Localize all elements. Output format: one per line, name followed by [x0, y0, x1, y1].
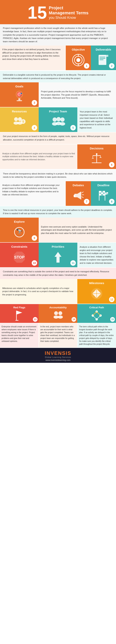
- section-3: Goals 🎯 3 Project goals provide you the …: [0, 82, 116, 107]
- goals-icon: 🎯: [11, 89, 27, 105]
- objective-number: 1: [84, 63, 89, 68]
- section-12: Milestones are related to schedules whic…: [0, 279, 116, 304]
- intro-text: Project management profession which is t…: [0, 24, 116, 46]
- debates-left-desc: Analyze a situation from different angle…: [0, 181, 66, 206]
- accountability-card: Accountability 14: [39, 304, 77, 323]
- svg-point-2: [76, 58, 80, 62]
- decisions-description: There should be transparency about decis…: [3, 172, 113, 178]
- project-team-number: 5: [70, 125, 76, 130]
- section-6: Analyze a situation from different angle…: [0, 144, 116, 181]
- explore-label: Explore: [14, 220, 24, 223]
- svg-rect-13: [18, 98, 20, 100]
- explore-description: Explore new avenues and every option ava…: [41, 225, 114, 235]
- debates-icon: [71, 188, 86, 204]
- deliverable-number: 2: [109, 63, 115, 68]
- svg-marker-59: [55, 252, 61, 262]
- decisions-icon: [89, 151, 104, 167]
- header: 15 Project Management Terms you Should K…: [0, 0, 116, 24]
- footer-url: www.invensislearning.com: [2, 359, 114, 361]
- section-10-11: Constraints STOP 10 Priorities 11: [0, 243, 116, 279]
- goals-label: Goals: [15, 85, 23, 88]
- svg-point-30: [96, 153, 98, 155]
- section-7-8: Analyze a situation from different angle…: [0, 181, 116, 218]
- priorities-description: Analyze a situation from different angle…: [80, 245, 114, 264]
- red-flags-description: Enterprise should create an environment …: [1, 326, 36, 342]
- svg-point-69: [58, 311, 62, 315]
- section-4-5-top: Resources $ 4 Project Team: [0, 107, 116, 132]
- accountability-icon: [52, 310, 64, 321]
- svg-text:🔭: 🔭: [16, 228, 23, 235]
- decisions-card: Decisions 6: [77, 144, 116, 169]
- debates-number: 7: [84, 199, 89, 204]
- constraints-full-desc: Constraints are something that is outsid…: [0, 267, 116, 279]
- critical-path-number: 15: [110, 317, 115, 322]
- svg-point-15: [14, 117, 18, 121]
- deliverable-desc: Deliverable is a tangible outcome that i…: [0, 70, 116, 82]
- goals-number: 3: [32, 100, 37, 106]
- red-flags-label: Red Flags: [13, 306, 25, 309]
- resources-label: Resources: [12, 110, 27, 113]
- svg-rect-54: [107, 194, 108, 194]
- svg-line-79: [93, 312, 97, 316]
- priorities-label: Priorities: [52, 245, 64, 248]
- deliverable-label: Deliverable: [96, 48, 111, 51]
- deadline-card: Deadline: [91, 181, 116, 206]
- milestones-description: Milestones are related to schedules whic…: [2, 287, 75, 296]
- svg-rect-43: [103, 191, 105, 192]
- red-flags-card: Red Flags 13: [0, 304, 39, 323]
- svg-text:STOP: STOP: [14, 255, 24, 259]
- svg-rect-42: [101, 191, 103, 192]
- decisions-label: Decisions: [90, 147, 104, 150]
- goals-card: Goals 🎯 3: [0, 82, 39, 107]
- constraints-number: 10: [32, 260, 37, 266]
- header-title-line3: you Should Know: [49, 16, 89, 20]
- deliverable-description-text: Deliverable is a tangible outcome that i…: [3, 74, 106, 80]
- critical-path-description: The term critical path refers to the lon…: [79, 326, 114, 345]
- debates-label: Debates: [73, 184, 84, 187]
- resources-number: 4: [32, 125, 37, 130]
- svg-rect-47: [99, 194, 101, 196]
- deadline-description: Time is one the most critical resources …: [3, 209, 113, 215]
- intro-paragraph: Project management profession which is t…: [3, 27, 108, 43]
- debates-deadline-top: Analyze a situation from different angle…: [0, 181, 116, 206]
- goals-desc-panel: Project goals provide you the focus requ…: [39, 82, 116, 107]
- red-flags-icon: [13, 310, 25, 321]
- objective-icon: [71, 52, 86, 68]
- decisions-number: 6: [109, 162, 115, 168]
- milestones-left-desc: Milestones are related to schedules whic…: [0, 279, 77, 304]
- header-number: 15: [27, 4, 47, 21]
- svg-marker-35: [74, 192, 81, 200]
- critical-path-card: Critical Path 15: [77, 304, 116, 323]
- project-team-icon: [50, 114, 66, 130]
- decisions-full-desc: There should be transparency about decis…: [0, 170, 116, 181]
- section-9: Explore 🔭 9 Explore new avenues and ever…: [0, 218, 116, 243]
- objective-description: If the project objective is not defined …: [2, 48, 61, 60]
- constraints-label: Constraints: [11, 245, 27, 248]
- section-13-14-15-desc: Enterprise should create an environment …: [0, 323, 116, 348]
- priorities-number: 11: [70, 260, 76, 266]
- accountability-desc: In the end, project team members who are…: [39, 323, 78, 348]
- milestones-label: Milestones: [89, 282, 104, 285]
- svg-marker-65: [16, 311, 22, 314]
- svg-point-23: [56, 117, 61, 121]
- footer-logo: INVENSIS: [2, 350, 114, 356]
- svg-rect-8: [100, 60, 104, 60]
- decisions-side-note: Analyze a situation from different angle…: [2, 152, 75, 161]
- objective-card: Objective 1: [66, 46, 91, 70]
- debates-card: Debates 7: [66, 181, 91, 206]
- deadline-number: 8: [109, 199, 115, 204]
- svg-rect-7: [100, 58, 105, 59]
- svg-line-39: [82, 197, 83, 198]
- debates-description: Analyze a situation from different angle…: [2, 184, 60, 196]
- explore-number: 9: [32, 235, 37, 241]
- constraints-description: Constraints are something that is outsid…: [3, 270, 109, 276]
- svg-rect-36: [74, 195, 75, 197]
- critical-path-desc: The term critical path refers to the lon…: [78, 323, 116, 348]
- svg-point-25: [60, 118, 65, 122]
- resources-icon: $: [11, 114, 27, 130]
- critical-path-icon: [91, 310, 103, 321]
- svg-line-76: [93, 316, 97, 320]
- section-13-14-15: Red Flags 13 Accountability 14: [0, 304, 116, 323]
- explore-desc-panel: Explore new avenues and every option ava…: [39, 218, 116, 242]
- section-4-5: Resources $ 4 Project Team: [0, 107, 116, 144]
